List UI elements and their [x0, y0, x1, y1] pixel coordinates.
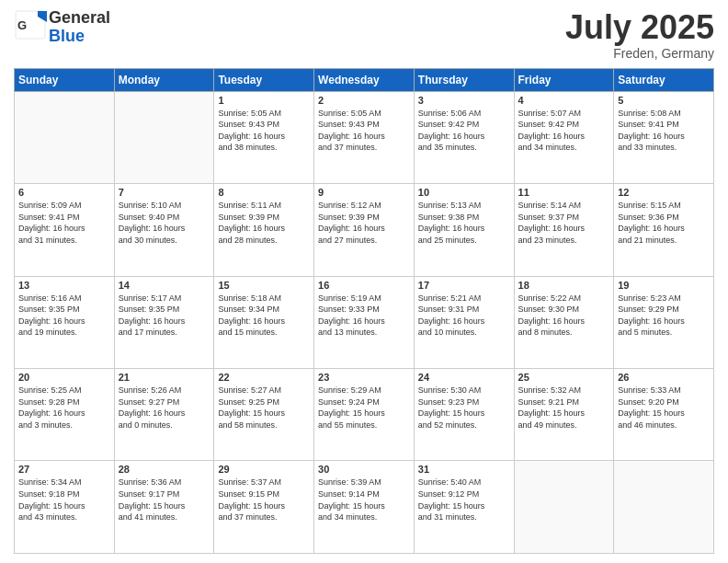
svg-text:G: G [17, 18, 27, 32]
logo: G General Blue [14, 9, 110, 46]
calendar-week-row: 20Sunrise: 5:25 AM Sunset: 9:28 PM Dayli… [15, 369, 714, 461]
page: G General Blue July 2025 Freden, Germany… [0, 0, 728, 563]
day-info: Sunrise: 5:27 AM Sunset: 9:25 PM Dayligh… [218, 385, 310, 431]
day-number: 26 [618, 372, 710, 383]
calendar-cell: 17Sunrise: 5:21 AM Sunset: 9:31 PM Dayli… [414, 276, 514, 368]
day-header-thursday: Thursday [414, 68, 514, 91]
day-header-friday: Friday [514, 68, 614, 91]
day-info: Sunrise: 5:05 AM Sunset: 9:43 PM Dayligh… [218, 108, 310, 154]
location: Freden, Germany [565, 46, 714, 61]
calendar-header-row: SundayMondayTuesdayWednesdayThursdayFrid… [15, 68, 714, 91]
calendar-cell: 6Sunrise: 5:09 AM Sunset: 9:41 PM Daylig… [15, 184, 115, 276]
day-number: 10 [418, 187, 510, 198]
calendar-cell: 12Sunrise: 5:15 AM Sunset: 9:36 PM Dayli… [614, 184, 714, 276]
day-number: 20 [18, 372, 110, 383]
day-number: 14 [119, 280, 210, 291]
calendar-table: SundayMondayTuesdayWednesdayThursdayFrid… [14, 68, 714, 554]
day-number: 9 [318, 187, 410, 198]
day-number: 4 [518, 95, 610, 106]
calendar-cell: 28Sunrise: 5:36 AM Sunset: 9:17 PM Dayli… [114, 461, 214, 554]
calendar-cell: 23Sunrise: 5:29 AM Sunset: 9:24 PM Dayli… [314, 369, 415, 461]
calendar-cell: 5Sunrise: 5:08 AM Sunset: 9:41 PM Daylig… [614, 91, 714, 183]
calendar-cell: 10Sunrise: 5:13 AM Sunset: 9:38 PM Dayli… [414, 184, 514, 276]
calendar-cell: 29Sunrise: 5:37 AM Sunset: 9:15 PM Dayli… [214, 461, 314, 554]
logo-icon: G [14, 9, 47, 46]
day-info: Sunrise: 5:12 AM Sunset: 9:39 PM Dayligh… [318, 200, 410, 246]
calendar-cell: 24Sunrise: 5:30 AM Sunset: 9:23 PM Dayli… [414, 369, 514, 461]
calendar-cell: 9Sunrise: 5:12 AM Sunset: 9:39 PM Daylig… [314, 184, 415, 276]
calendar-week-row: 6Sunrise: 5:09 AM Sunset: 9:41 PM Daylig… [15, 184, 714, 276]
day-info: Sunrise: 5:09 AM Sunset: 9:41 PM Dayligh… [18, 200, 110, 246]
day-info: Sunrise: 5:14 AM Sunset: 9:37 PM Dayligh… [518, 200, 610, 246]
day-info: Sunrise: 5:39 AM Sunset: 9:14 PM Dayligh… [318, 477, 410, 523]
calendar-cell: 27Sunrise: 5:34 AM Sunset: 9:18 PM Dayli… [15, 461, 115, 554]
day-info: Sunrise: 5:08 AM Sunset: 9:41 PM Dayligh… [618, 108, 710, 154]
calendar-cell: 30Sunrise: 5:39 AM Sunset: 9:14 PM Dayli… [314, 461, 415, 554]
logo-text: General Blue [49, 9, 110, 46]
calendar-cell: 3Sunrise: 5:06 AM Sunset: 9:42 PM Daylig… [414, 91, 514, 183]
day-info: Sunrise: 5:11 AM Sunset: 9:39 PM Dayligh… [218, 200, 310, 246]
calendar-cell: 25Sunrise: 5:32 AM Sunset: 9:21 PM Dayli… [514, 369, 614, 461]
calendar-cell: 26Sunrise: 5:33 AM Sunset: 9:20 PM Dayli… [614, 369, 714, 461]
day-number: 13 [18, 280, 110, 291]
day-number: 24 [418, 372, 510, 383]
calendar-cell [114, 91, 214, 183]
calendar-cell [514, 461, 614, 554]
calendar-cell [614, 461, 714, 554]
day-number: 31 [418, 464, 510, 475]
day-info: Sunrise: 5:18 AM Sunset: 9:34 PM Dayligh… [218, 293, 310, 339]
day-header-tuesday: Tuesday [214, 68, 314, 91]
day-number: 28 [119, 464, 210, 475]
day-number: 16 [318, 280, 410, 291]
calendar-cell [15, 91, 115, 183]
calendar-week-row: 13Sunrise: 5:16 AM Sunset: 9:35 PM Dayli… [15, 276, 714, 368]
day-number: 25 [518, 372, 610, 383]
month-title: July 2025 [565, 9, 714, 46]
day-number: 23 [318, 372, 410, 383]
day-info: Sunrise: 5:06 AM Sunset: 9:42 PM Dayligh… [418, 108, 510, 154]
day-number: 19 [618, 280, 710, 291]
header: G General Blue July 2025 Freden, Germany [14, 9, 714, 61]
day-info: Sunrise: 5:40 AM Sunset: 9:12 PM Dayligh… [418, 477, 510, 523]
day-number: 18 [518, 280, 610, 291]
day-number: 2 [318, 95, 410, 106]
calendar-cell: 1Sunrise: 5:05 AM Sunset: 9:43 PM Daylig… [214, 91, 314, 183]
calendar-cell: 18Sunrise: 5:22 AM Sunset: 9:30 PM Dayli… [514, 276, 614, 368]
calendar-week-row: 27Sunrise: 5:34 AM Sunset: 9:18 PM Dayli… [15, 461, 714, 554]
day-info: Sunrise: 5:19 AM Sunset: 9:33 PM Dayligh… [318, 293, 410, 339]
day-info: Sunrise: 5:22 AM Sunset: 9:30 PM Dayligh… [518, 293, 610, 339]
day-info: Sunrise: 5:21 AM Sunset: 9:31 PM Dayligh… [418, 293, 510, 339]
day-info: Sunrise: 5:17 AM Sunset: 9:35 PM Dayligh… [119, 293, 210, 339]
day-number: 6 [18, 187, 110, 198]
day-number: 8 [218, 187, 310, 198]
day-info: Sunrise: 5:32 AM Sunset: 9:21 PM Dayligh… [518, 385, 610, 431]
day-number: 12 [618, 187, 710, 198]
day-info: Sunrise: 5:05 AM Sunset: 9:43 PM Dayligh… [318, 108, 410, 154]
day-info: Sunrise: 5:10 AM Sunset: 9:40 PM Dayligh… [119, 200, 210, 246]
logo-blue-text: Blue [49, 28, 110, 46]
calendar-cell: 7Sunrise: 5:10 AM Sunset: 9:40 PM Daylig… [114, 184, 214, 276]
calendar-cell: 15Sunrise: 5:18 AM Sunset: 9:34 PM Dayli… [214, 276, 314, 368]
day-header-saturday: Saturday [614, 68, 714, 91]
calendar-cell: 11Sunrise: 5:14 AM Sunset: 9:37 PM Dayli… [514, 184, 614, 276]
day-number: 27 [18, 464, 110, 475]
day-info: Sunrise: 5:23 AM Sunset: 9:29 PM Dayligh… [618, 293, 710, 339]
day-number: 17 [418, 280, 510, 291]
day-number: 21 [119, 372, 210, 383]
calendar-week-row: 1Sunrise: 5:05 AM Sunset: 9:43 PM Daylig… [15, 91, 714, 183]
calendar-cell: 19Sunrise: 5:23 AM Sunset: 9:29 PM Dayli… [614, 276, 714, 368]
day-info: Sunrise: 5:34 AM Sunset: 9:18 PM Dayligh… [18, 477, 110, 523]
calendar-cell: 4Sunrise: 5:07 AM Sunset: 9:42 PM Daylig… [514, 91, 614, 183]
day-header-monday: Monday [114, 68, 214, 91]
title-block: July 2025 Freden, Germany [565, 9, 714, 61]
day-header-wednesday: Wednesday [314, 68, 415, 91]
day-info: Sunrise: 5:29 AM Sunset: 9:24 PM Dayligh… [318, 385, 410, 431]
day-info: Sunrise: 5:07 AM Sunset: 9:42 PM Dayligh… [518, 108, 610, 154]
day-info: Sunrise: 5:37 AM Sunset: 9:15 PM Dayligh… [218, 477, 310, 523]
day-number: 7 [119, 187, 210, 198]
logo-general-text: General [49, 9, 110, 28]
calendar-cell: 20Sunrise: 5:25 AM Sunset: 9:28 PM Dayli… [15, 369, 115, 461]
calendar-cell: 21Sunrise: 5:26 AM Sunset: 9:27 PM Dayli… [114, 369, 214, 461]
day-number: 29 [218, 464, 310, 475]
day-number: 11 [518, 187, 610, 198]
